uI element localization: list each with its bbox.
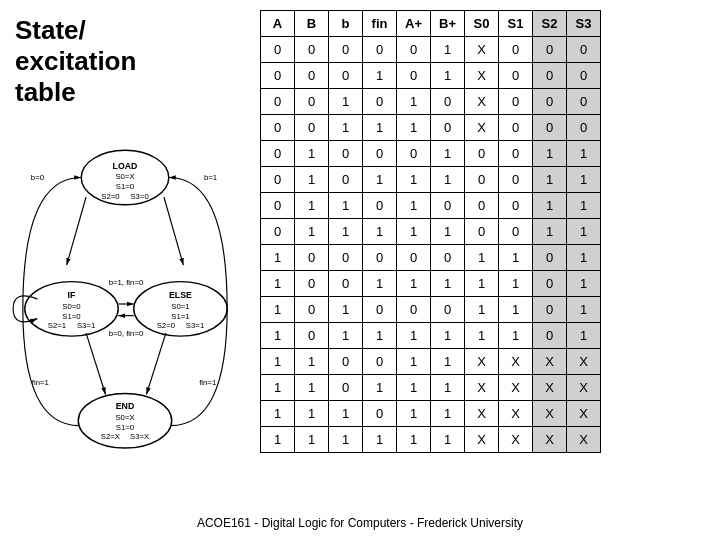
table-row: 0100010011 (261, 141, 601, 167)
table-cell: 1 (431, 271, 465, 297)
table-cell: X (465, 401, 499, 427)
table-cell: 1 (567, 245, 601, 271)
svg-text:S1=0: S1=0 (116, 422, 135, 431)
table-cell: 0 (363, 141, 397, 167)
table-cell: 1 (329, 193, 363, 219)
table-cell: 0 (329, 141, 363, 167)
svg-text:S3=X: S3=X (130, 432, 150, 441)
table-row: 111111XXXX (261, 427, 601, 453)
table-cell: 1 (465, 245, 499, 271)
table-cell: 1 (329, 115, 363, 141)
svg-line-9 (164, 197, 183, 265)
svg-text:S3=1: S3=1 (186, 321, 204, 330)
table-cell: 1 (329, 401, 363, 427)
table-cell: 1 (465, 271, 499, 297)
footer-text: ACOE161 - Digital Logic for Computers - … (10, 508, 710, 530)
table-cell: 1 (533, 167, 567, 193)
table-cell: 0 (295, 115, 329, 141)
table-cell: X (567, 401, 601, 427)
table-cell: 1 (431, 63, 465, 89)
table-cell: 1 (363, 375, 397, 401)
table-row: 1000001101 (261, 245, 601, 271)
table-cell: X (499, 401, 533, 427)
col-header-A: A (261, 11, 295, 37)
col-header-b: b (329, 11, 363, 37)
table-cell: X (499, 427, 533, 453)
table-cell: 0 (295, 63, 329, 89)
table-cell: 0 (533, 63, 567, 89)
table-cell: X (533, 427, 567, 453)
table-cell: 1 (261, 375, 295, 401)
svg-text:b=1, fin=0: b=1, fin=0 (109, 277, 144, 286)
svg-text:S1=0: S1=0 (116, 182, 135, 191)
table-cell: X (499, 375, 533, 401)
table-cell: 0 (431, 297, 465, 323)
table-cell: 0 (533, 297, 567, 323)
table-cell: X (465, 375, 499, 401)
table-row: 0111110011 (261, 219, 601, 245)
svg-text:b=1: b=1 (204, 173, 217, 182)
table-cell: 1 (431, 375, 465, 401)
svg-line-34 (86, 333, 105, 394)
svg-text:fin=1: fin=1 (199, 377, 216, 386)
table-cell: 1 (567, 271, 601, 297)
table-cell: 0 (465, 219, 499, 245)
table-cell: 0 (499, 167, 533, 193)
table-cell: 1 (397, 427, 431, 453)
table-cell: 0 (261, 141, 295, 167)
table-cell: 0 (397, 63, 431, 89)
table-cell: 0 (261, 193, 295, 219)
table-cell: 1 (363, 427, 397, 453)
table-row: 000001X000 (261, 37, 601, 63)
table-row: 110011XXXX (261, 349, 601, 375)
table-cell: 1 (363, 219, 397, 245)
table-cell: 0 (567, 115, 601, 141)
table-cell: 0 (295, 37, 329, 63)
table-cell: 1 (431, 323, 465, 349)
table-cell: 1 (567, 141, 601, 167)
table-cell: 1 (431, 141, 465, 167)
table-cell: 1 (329, 89, 363, 115)
table-cell: 0 (295, 271, 329, 297)
table-cell: 0 (261, 63, 295, 89)
svg-text:ELSE: ELSE (169, 290, 192, 300)
table-cell: 0 (465, 167, 499, 193)
table-cell: 1 (465, 323, 499, 349)
table-cell: 1 (431, 427, 465, 453)
svg-text:S2=1: S2=1 (48, 321, 66, 330)
table-cell: 1 (363, 115, 397, 141)
table-cell: 1 (397, 89, 431, 115)
state-diagram: LOAD S0=X S1=0 S2=0 S3=0 b=0 b=1 IF S0=0… (10, 124, 240, 484)
table-cell: 1 (533, 193, 567, 219)
table-cell: 0 (465, 193, 499, 219)
table-row: 000101X000 (261, 63, 601, 89)
table-cell: X (465, 349, 499, 375)
col-header-S1: S1 (499, 11, 533, 37)
table-cell: 1 (397, 219, 431, 245)
table-cell: 0 (363, 245, 397, 271)
col-header-Bplus: B+ (431, 11, 465, 37)
table-row: 1001111101 (261, 271, 601, 297)
table-cell: 0 (329, 245, 363, 271)
table-cell: 1 (567, 193, 601, 219)
table-cell: 0 (261, 37, 295, 63)
table-cell: 0 (363, 193, 397, 219)
svg-text:fin=1: fin=1 (32, 377, 49, 386)
table-cell: 1 (295, 193, 329, 219)
table-cell: 0 (499, 219, 533, 245)
table-cell: 1 (397, 167, 431, 193)
page-title: State/excitationtable (10, 15, 250, 109)
table-cell: 0 (533, 323, 567, 349)
table-cell: 1 (295, 401, 329, 427)
table-cell: 1 (363, 63, 397, 89)
table-cell: 0 (329, 271, 363, 297)
table-cell: 1 (397, 375, 431, 401)
table-cell: 1 (261, 401, 295, 427)
table-cell: 0 (465, 141, 499, 167)
table-cell: X (533, 375, 567, 401)
table-cell: 0 (261, 219, 295, 245)
col-header-Aplus: A+ (397, 11, 431, 37)
table-cell: 1 (329, 427, 363, 453)
svg-line-8 (67, 197, 86, 265)
svg-text:S2=0: S2=0 (157, 321, 176, 330)
